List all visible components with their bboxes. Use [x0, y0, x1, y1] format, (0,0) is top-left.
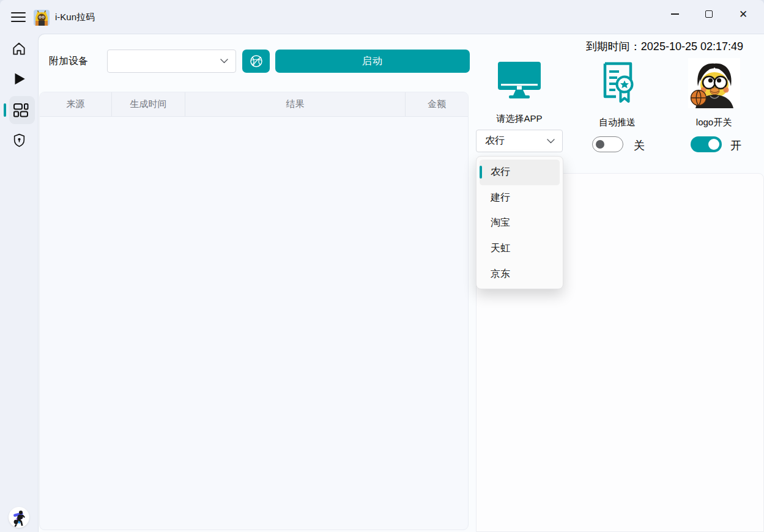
maximize-icon	[705, 10, 713, 18]
menu-item-jingdong[interactable]: 京东	[480, 261, 560, 287]
menu-item-label: 淘宝	[491, 216, 510, 229]
expiry-label: 到期时间：	[586, 40, 641, 53]
app-window: i-Kun拉码 ✕	[0, 0, 764, 532]
device-select[interactable]	[107, 50, 236, 73]
close-button[interactable]: ✕	[726, 0, 760, 28]
menu-item-label: 天虹	[491, 242, 510, 255]
chevron-down-icon	[547, 139, 555, 144]
auto-push-toggle[interactable]	[592, 136, 623, 152]
sidebar-selected-indicator	[4, 103, 6, 117]
chevron-down-icon	[220, 59, 228, 64]
menu-item-label: 建行	[491, 191, 510, 204]
mascot-avatar	[688, 58, 740, 108]
close-icon: ✕	[739, 9, 747, 20]
logo-switch-state: 开	[730, 138, 741, 153]
basketball-action-button[interactable]	[242, 50, 270, 73]
sidebar-item-security[interactable]	[0, 126, 38, 154]
menu-item-label: 京东	[491, 268, 510, 281]
titlebar: i-Kun拉码 ✕	[0, 0, 764, 34]
menu-item-taobao[interactable]: 淘宝	[480, 210, 560, 236]
expiry-time: 到期时间：2025-10-25 02:17:49	[476, 39, 743, 54]
toggle-knob	[708, 139, 719, 150]
monitor-icon	[497, 62, 541, 101]
menu-item-label: 农行	[491, 166, 510, 179]
sidebar-item-dashboard[interactable]	[0, 96, 38, 124]
table-header-row: 来源 生成时间 结果 金额	[40, 92, 468, 117]
column-header-amount: 金额	[406, 92, 468, 116]
play-icon	[11, 71, 27, 87]
menu-item-tianhong[interactable]: 天虹	[480, 236, 560, 262]
auto-push-label: 自动推送	[574, 117, 661, 128]
sidebar	[0, 34, 38, 532]
column-header-result: 结果	[185, 92, 406, 116]
shield-lock-icon	[12, 133, 27, 148]
column-header-time: 生成时间	[112, 92, 185, 116]
basketball-icon	[249, 54, 264, 68]
column-header-source: 来源	[40, 92, 112, 116]
auto-push-state: 关	[634, 138, 645, 153]
basketball-player-icon	[10, 510, 28, 528]
expiry-value: 2025-10-25 02:17:49	[641, 40, 743, 53]
sidebar-item-home[interactable]	[0, 35, 38, 63]
app-select-label: 请选择APP	[476, 113, 563, 125]
window-controls: ✕	[658, 0, 760, 28]
menu-item-jianhang[interactable]: 建行	[480, 185, 560, 211]
menu-hamburger-icon[interactable]	[10, 10, 28, 24]
device-label: 附加设备	[49, 55, 88, 68]
maximize-button[interactable]	[692, 0, 726, 28]
sidebar-item-run[interactable]	[0, 65, 38, 93]
launch-button[interactable]: 启动	[275, 50, 470, 73]
results-table: 来源 生成时间 结果 金额	[39, 92, 469, 530]
logo-switch-label: logo开关	[670, 117, 757, 128]
dashboard-grid-icon	[13, 102, 29, 118]
app-select-dropdown-menu: 农行 建行 淘宝 天虹 京东	[476, 156, 563, 289]
minimize-icon	[671, 13, 679, 14]
logo-switch-toggle[interactable]	[691, 136, 722, 152]
app-logo-icon	[34, 10, 50, 26]
menu-item-nonghang[interactable]: 农行	[480, 160, 560, 185]
selected-item-indicator	[480, 166, 482, 179]
app-select[interactable]: 农行	[476, 130, 563, 152]
home-icon	[11, 41, 27, 57]
certificate-icon	[600, 61, 636, 104]
minimize-button[interactable]	[658, 0, 692, 28]
toggle-knob	[596, 140, 604, 149]
window-title: i-Kun拉码	[55, 12, 95, 23]
sidebar-item-basketball-player[interactable]	[0, 505, 38, 532]
app-select-value: 农行	[485, 135, 505, 147]
